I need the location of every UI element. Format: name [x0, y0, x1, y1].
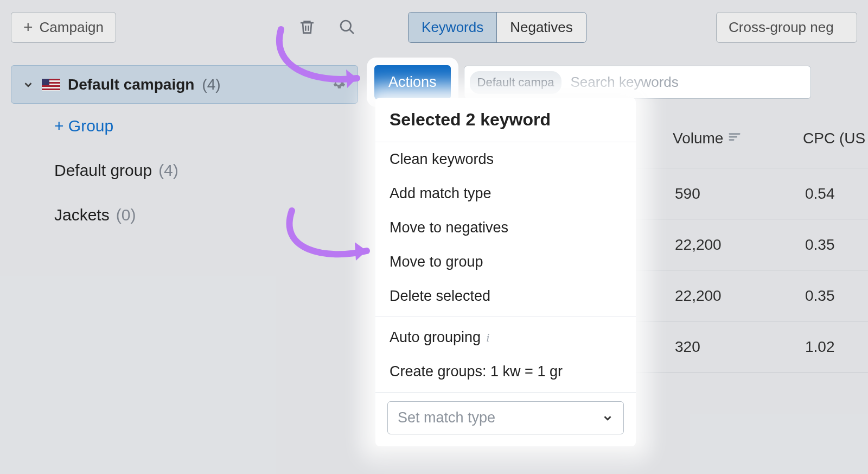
keyword-search-wrap: Default campa [464, 66, 811, 99]
cell-cpc: 0.35 [803, 236, 868, 254]
cross-group-negatives-button[interactable]: Cross-group neg [716, 12, 857, 43]
popup-item-delete-selected[interactable]: Delete selected [375, 279, 636, 313]
popup-item-add-match-type[interactable]: Add match type [375, 176, 636, 211]
keyword-search-input[interactable] [561, 66, 810, 98]
popup-item-clean-keywords[interactable]: Clean keywords [375, 142, 636, 176]
cell-cpc: 0.35 [803, 287, 868, 305]
sidebar-add-group-label: + Group [54, 117, 113, 135]
chevron-down-icon [22, 79, 34, 91]
campaign-count: (4) [202, 76, 220, 93]
sidebar-group-count: (4) [158, 161, 178, 180]
cell-volume: 590 [673, 185, 803, 203]
sidebar: Default campaign (4) + Group Default gro… [11, 65, 358, 237]
new-campaign-label: Campaign [40, 19, 104, 36]
trash-icon[interactable] [295, 15, 319, 39]
popup-item-label: Auto grouping [390, 329, 481, 346]
top-bar: + Campaign Keywords Negatives Cross-grou… [0, 0, 868, 43]
cell-volume: 320 [673, 338, 803, 356]
actions-button[interactable]: Actions [374, 65, 451, 99]
popup-title: Selected 2 keyword [375, 98, 636, 142]
plus-icon: + [23, 22, 33, 33]
new-campaign-button[interactable]: + Campaign [11, 12, 116, 43]
info-icon: i [486, 331, 489, 345]
search-icon[interactable] [335, 15, 359, 39]
col-volume-label: Volume [673, 130, 723, 147]
popup-item-auto-grouping[interactable]: Auto grouping i [375, 320, 636, 355]
tab-negatives[interactable]: Negatives [496, 12, 586, 42]
sidebar-campaign-row[interactable]: Default campaign (4) [11, 65, 358, 104]
sidebar-group-name: Jackets [54, 206, 110, 224]
sort-desc-icon [729, 132, 741, 144]
svg-point-0 [341, 21, 351, 31]
tab-keywords[interactable]: Keywords [409, 12, 496, 42]
popup-item-move-to-negatives[interactable]: Move to negatives [375, 211, 636, 245]
campaign-filter-pill[interactable]: Default campa [470, 71, 562, 94]
svg-marker-2 [355, 242, 367, 261]
gear-icon[interactable] [330, 74, 347, 94]
col-volume[interactable]: Volume [673, 130, 803, 147]
select-placeholder: Set match type [398, 409, 495, 426]
popup-set-match-type-select[interactable]: Set match type [387, 401, 624, 434]
cell-cpc: 0.54 [803, 185, 868, 203]
chevron-down-icon [602, 412, 614, 424]
cell-cpc: 1.02 [803, 338, 868, 356]
popup-divider [375, 317, 636, 317]
actions-popup: Selected 2 keyword Clean keywords Add ma… [375, 98, 636, 446]
cell-volume: 22,200 [673, 236, 803, 254]
flag-us-icon [42, 79, 60, 91]
col-cpc[interactable]: CPC (US [803, 130, 868, 147]
sidebar-group-name: Default group [54, 161, 152, 180]
popup-divider [375, 392, 636, 393]
keywords-negatives-tabs: Keywords Negatives [408, 12, 586, 43]
actions-row: Actions Default campa [374, 65, 811, 99]
col-cpc-label: CPC (US [803, 130, 865, 147]
cell-volume: 22,200 [673, 287, 803, 305]
popup-item-move-to-group[interactable]: Move to group [375, 245, 636, 279]
sidebar-group-default[interactable]: Default group (4) [11, 148, 358, 193]
sidebar-group-count: (0) [116, 206, 136, 224]
campaign-name: Default campaign [68, 76, 194, 93]
popup-item-create-groups[interactable]: Create groups: 1 kw = 1 gr [375, 355, 636, 389]
sidebar-add-group[interactable]: + Group [11, 104, 358, 148]
sidebar-group-jackets[interactable]: Jackets (0) [11, 193, 358, 237]
